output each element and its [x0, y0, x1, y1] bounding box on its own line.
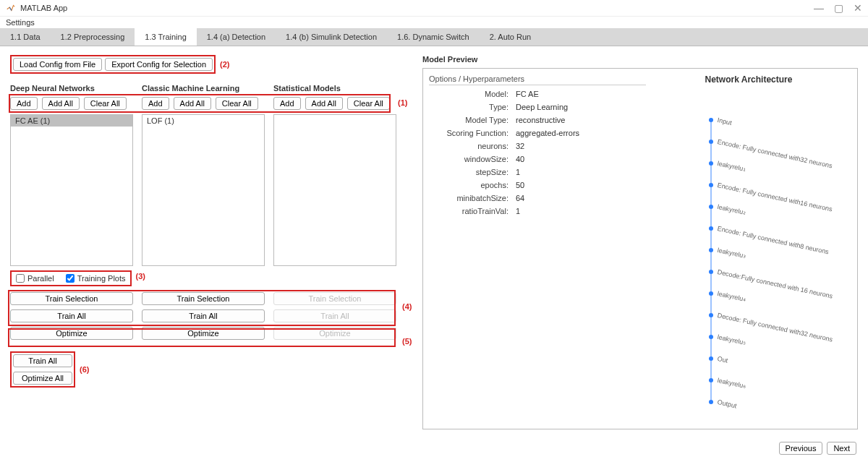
layer-label: leakyrelu₂	[717, 203, 746, 216]
param-key: ratioTrainVal:	[429, 207, 516, 215]
train-all-stat-button: Train All	[273, 309, 396, 322]
param-key: epochs:	[429, 181, 516, 189]
add-cml-button[interactable]: Add	[142, 97, 169, 110]
param-key: windowSize:	[429, 155, 516, 163]
layer-edge	[710, 122, 712, 140]
load-config-button[interactable]: Load Config from File	[13, 58, 102, 71]
train-all-cml-button[interactable]: Train All	[142, 309, 265, 322]
train-all-dnn-button[interactable]: Train All	[10, 309, 133, 322]
param-key: Model Type:	[429, 116, 516, 124]
window-title: MATLAB App	[20, 4, 67, 12]
params-title: Options / Hyperparameters	[429, 74, 646, 85]
train-selection-cml-button[interactable]: Train Selection	[142, 292, 265, 305]
param-val: 32	[516, 142, 524, 150]
listbox-dnn[interactable]: FC AE (1)	[10, 114, 133, 266]
close-icon[interactable]: ✕	[854, 2, 862, 14]
annotation-5: (5)	[402, 337, 412, 346]
param-val: reconstructive	[516, 116, 565, 124]
param-key: Scoring Function:	[429, 129, 516, 137]
annotation-4: (4)	[402, 302, 412, 311]
annotation-1: (1)	[398, 98, 407, 107]
annotation-3: (3)	[136, 272, 145, 281]
annotation-6: (6)	[80, 365, 89, 374]
clearall-dnn-button[interactable]: Clear All	[84, 97, 127, 110]
param-val: 40	[516, 155, 524, 163]
optimize-dnn-button[interactable]: Optimize	[10, 327, 133, 340]
col-header-dnn: Deep Neural Networks	[10, 84, 133, 93]
layer-label: leakyrelu₁	[717, 160, 746, 173]
layer-edge	[710, 144, 712, 161]
optimize-all-global-button[interactable]: Optimize All	[13, 372, 72, 385]
optimize-stat-button: Optimize	[273, 327, 396, 340]
layer-label: leakyrelu₅	[717, 333, 746, 346]
parallel-checkbox[interactable]: Parallel	[16, 274, 54, 283]
clearall-stat-button[interactable]: Clear All	[347, 97, 390, 110]
train-selection-stat-button: Train Selection	[273, 292, 396, 305]
param-key: neurons:	[429, 142, 516, 150]
train-all-global-button[interactable]: Train All	[13, 354, 72, 367]
addall-cml-button[interactable]: Add All	[174, 97, 211, 110]
add-dnn-button[interactable]: Add	[10, 97, 38, 110]
architecture-title: Network Architecture	[646, 74, 851, 85]
param-key: minibatchSize:	[429, 194, 516, 202]
addall-stat-button[interactable]: Add All	[305, 97, 343, 110]
param-val: 1	[516, 168, 520, 176]
tab-2[interactable]: 1.3 Training	[135, 28, 196, 46]
layer-label: Out	[717, 355, 728, 364]
layer-edge	[710, 166, 712, 183]
optimize-cml-button[interactable]: Optimize	[142, 327, 265, 340]
layer-edge	[710, 296, 712, 313]
layer-edge	[710, 382, 712, 400]
clearall-cml-button[interactable]: Clear All	[216, 97, 258, 110]
minimize-icon[interactable]: —	[814, 2, 824, 14]
addall-dnn-button[interactable]: Add All	[42, 97, 80, 110]
menu-settings[interactable]: Settings	[6, 18, 35, 27]
tab-4[interactable]: 1.4 (b) Simulink Detection	[276, 28, 387, 46]
train-selection-dnn-button[interactable]: Train Selection	[10, 292, 133, 305]
next-button[interactable]: Next	[827, 442, 856, 455]
layer-label: leakyrelu₃	[717, 247, 746, 260]
export-config-button[interactable]: Export Config for Selection	[105, 58, 213, 71]
layer-edge	[710, 274, 712, 291]
param-key: stepSize:	[429, 168, 516, 176]
tab-3[interactable]: 1.4 (a) Detection	[197, 28, 276, 46]
tab-0[interactable]: 1.1 Data	[0, 28, 51, 46]
listbox-cml[interactable]: LOF (1)	[142, 114, 265, 266]
layer-label: Output	[717, 398, 738, 409]
layer-edge	[710, 317, 712, 335]
tab-1[interactable]: 1.2 Preprocessing	[51, 28, 135, 46]
tab-5[interactable]: 1.6. Dynamic Switch	[387, 28, 480, 46]
layer-label: Input	[717, 116, 733, 127]
param-val: 1	[516, 207, 520, 215]
add-stat-button[interactable]: Add	[273, 97, 301, 110]
training-plots-checkbox[interactable]: Training Plots	[66, 274, 126, 283]
param-val: aggregated-errors	[516, 129, 579, 137]
tab-6[interactable]: 2. Auto Run	[480, 28, 542, 46]
layer-edge	[710, 209, 712, 226]
layer-edge	[710, 187, 712, 205]
maximize-icon[interactable]: ▢	[834, 2, 843, 14]
param-val: 64	[516, 194, 524, 202]
annotation-2: (2)	[220, 60, 229, 69]
model-preview-title: Model Preview	[422, 55, 858, 64]
layer-edge	[710, 361, 712, 378]
param-key: Model:	[429, 90, 516, 98]
param-val: Deep Learning	[516, 103, 568, 111]
layer-edge	[710, 252, 712, 270]
listbox-stat[interactable]	[273, 114, 396, 266]
list-item[interactable]: FC AE (1)	[11, 115, 132, 127]
matlab-logo-icon	[6, 3, 16, 13]
layer-node-icon	[709, 400, 713, 404]
layer-label: leakyrelu₆	[717, 377, 746, 390]
param-val: FC AE	[516, 90, 539, 98]
layer-label: leakyrelu₄	[717, 290, 746, 303]
previous-button[interactable]: Previous	[779, 442, 823, 455]
list-item[interactable]: LOF (1)	[142, 115, 264, 127]
param-val: 50	[516, 181, 524, 189]
col-header-stat: Statistical Models	[273, 84, 396, 93]
col-header-cml: Classic Machine Learning	[142, 84, 265, 93]
layer-edge	[710, 231, 712, 248]
layer-edge	[710, 339, 712, 356]
param-key: Type:	[429, 103, 516, 111]
